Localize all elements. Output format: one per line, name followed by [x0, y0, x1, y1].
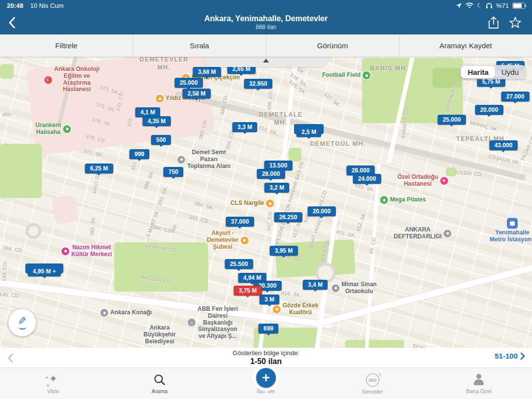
- next-range-label: 51-100: [495, 352, 518, 360]
- price-badge[interactable]: 3,3 M: [233, 122, 257, 132]
- price-badge-label: 2,58 M: [188, 90, 206, 97]
- top-sheet-handle[interactable]: [204, 57, 328, 67]
- poi-label: Mimar SinanOrtaokulu: [341, 281, 376, 295]
- street-label: 407. CD.: [266, 210, 273, 231]
- price-badge[interactable]: 20.000: [308, 206, 336, 216]
- price-badge[interactable]: 20.000: [475, 105, 503, 115]
- price-badge-label: 20.000: [313, 208, 331, 215]
- price-badge[interactable]: 27.000: [501, 92, 530, 101]
- results-range-label: 1-50 ilan: [233, 357, 299, 366]
- map-markers: 517. SK.516. SK.515. SK.373. SK.SAPANCA …: [0, 57, 532, 348]
- map-view-button[interactable]: Harita: [461, 66, 495, 78]
- price-badge[interactable]: 25.000: [438, 115, 466, 125]
- street-label: 360. CD.: [198, 118, 208, 140]
- previous-page-button[interactable]: [4, 352, 17, 365]
- district-label: BARIŞ MH.: [370, 65, 408, 72]
- price-badge-label: 27.000: [506, 93, 525, 100]
- map-poi: ⌂ABB Fen İşleriDairesiBaşkanlığıSinyaliz…: [188, 306, 238, 340]
- price-badge[interactable]: 3 M: [260, 295, 279, 304]
- person-icon: [472, 373, 485, 386]
- price-badge[interactable]: 4,35 M: [143, 116, 171, 126]
- price-badge[interactable]: 4,1 M: [135, 107, 160, 117]
- street-label: KERKÜK CD.: [145, 243, 178, 253]
- price-badge[interactable]: 999: [130, 149, 149, 159]
- view-button[interactable]: Görünüm: [266, 34, 399, 57]
- map-poi: YenimahalleMetro İstasyonu: [490, 218, 532, 243]
- poi-label: UrankentHalısaha: [35, 122, 61, 136]
- price-badge-label: 999: [134, 151, 144, 158]
- map-poi: Mimar SinanOrtaokulu: [332, 281, 376, 295]
- header: Ankara, Yenimahalle, Demetevler 868 ilan: [0, 11, 532, 34]
- price-badge[interactable]: 3,75 M: [234, 286, 262, 296]
- save-search-button[interactable]: Aramayı Kaydet: [399, 34, 532, 57]
- street-label: BAĞDAT CD.: [140, 274, 172, 285]
- poi-label: Özel OrtadoğuHastanesi: [398, 174, 438, 188]
- price-badge-label: 500: [156, 136, 166, 143]
- moon-icon: ☾: [477, 2, 482, 8]
- recreation-poi-icon: [363, 71, 370, 79]
- street-label: SAPANCA SK.: [444, 79, 460, 113]
- nav-item-servisler[interactable]: 360 Servisler: [319, 368, 426, 399]
- price-badge[interactable]: 25.000: [175, 78, 203, 88]
- street-label: 412. SK.: [355, 211, 367, 233]
- street-label: 169. CD.: [1, 260, 7, 281]
- price-badge-label: 5,75 M: [482, 78, 500, 85]
- street-label: SUADİYE CD.: [400, 105, 409, 139]
- price-badge[interactable]: 4,95 M +: [28, 266, 61, 276]
- price-badge[interactable]: 28.000: [257, 169, 285, 179]
- map-poi: Ankara Konağı: [100, 309, 152, 317]
- poi-label: CLS Nargile: [231, 200, 264, 207]
- price-badge[interactable]: 25.500: [225, 259, 253, 269]
- price-badge[interactable]: 750: [164, 167, 183, 177]
- price-badge-label: 43.000: [495, 142, 513, 149]
- sort-button[interactable]: Sırala: [133, 34, 266, 57]
- price-badge[interactable]: 37.000: [226, 217, 254, 227]
- satellite-view-button[interactable]: Uydu: [495, 66, 525, 78]
- price-badge[interactable]: 32.950: [244, 79, 272, 89]
- poi-label: Football Field: [322, 72, 361, 79]
- poi-label: YenimahalleMetro İstasyonu: [490, 230, 532, 243]
- place-poi-icon: [444, 230, 452, 237]
- price-badge[interactable]: 6,25 M: [85, 164, 113, 173]
- shop-poi-icon: [266, 200, 274, 207]
- price-badge-label: 3,2 M: [269, 184, 284, 191]
- map[interactable]: 517. SK.516. SK.515. SK.373. SK.SAPANCA …: [0, 57, 532, 348]
- nav-label: Bana Özel: [466, 388, 491, 394]
- favorite-star-button[interactable]: [505, 13, 525, 33]
- street-label: 388. SK.: [143, 169, 155, 191]
- price-badge[interactable]: 3,4 M: [303, 280, 328, 290]
- shop-poi-icon: [273, 305, 281, 313]
- price-badge[interactable]: 24.000: [353, 174, 381, 184]
- price-badge[interactable]: 2,58 M: [183, 89, 211, 99]
- post-listing-button[interactable]: +: [256, 368, 276, 388]
- sparkle-icon: ✦++: [49, 373, 58, 386]
- price-badge-label: 750: [168, 168, 178, 175]
- nav-item-arama[interactable]: Arama: [106, 368, 213, 399]
- price-badge[interactable]: 3,2 M: [265, 183, 289, 193]
- price-badge-label: 13.500: [269, 162, 288, 169]
- price-badge-label: 3,3 M: [237, 124, 252, 131]
- pencil-icon: ✎: [18, 316, 27, 326]
- price-badge[interactable]: 3,95 M: [270, 246, 298, 256]
- street-label: 145. CD.: [0, 292, 21, 299]
- price-badge-label: 37.000: [231, 218, 249, 225]
- next-page-button[interactable]: 51-100: [495, 352, 525, 360]
- draw-search-button[interactable]: ✎: [8, 309, 36, 336]
- poi-label: Mega Pilates: [390, 197, 426, 203]
- price-badge-label: 28.000: [262, 170, 280, 177]
- price-badge[interactable]: 2,5 M: [297, 127, 321, 137]
- price-badge-label: 3,95 M: [275, 247, 293, 254]
- recreation-poi-icon: [63, 125, 71, 133]
- street-label: aför: [2, 112, 12, 117]
- filter-button[interactable]: Filtrele: [0, 34, 133, 57]
- share-button[interactable]: [484, 13, 503, 33]
- price-badge[interactable]: 699: [259, 324, 278, 333]
- price-badge[interactable]: 26.250: [274, 212, 302, 222]
- nav-item-bana-ozel[interactable]: Bana Özel: [426, 368, 532, 399]
- price-badge[interactable]: 500: [151, 135, 171, 145]
- price-badge[interactable]: 43.000: [490, 140, 518, 150]
- poi-label: ANKARADEFTERDARLIGI: [394, 227, 441, 240]
- location-arrow-icon: [456, 2, 462, 9]
- nav-item-vitrin[interactable]: ✦++ Vitrin: [0, 368, 106, 399]
- price-badge[interactable]: 3,68 M: [193, 67, 221, 77]
